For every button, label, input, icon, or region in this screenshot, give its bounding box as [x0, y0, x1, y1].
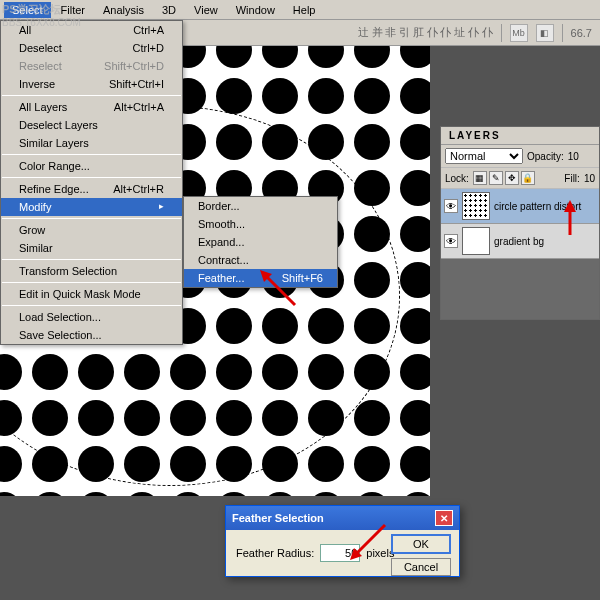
submenu-item[interactable]: Smooth...	[184, 215, 337, 233]
fill-value[interactable]: 10	[584, 173, 595, 184]
menu-item[interactable]: Modify▸	[1, 198, 182, 216]
menu-item[interactable]: Load Selection...	[1, 308, 182, 326]
submenu-item[interactable]: Contract...	[184, 251, 337, 269]
layer-name[interactable]: gradient bg	[494, 236, 544, 247]
menu-item[interactable]: Color Range...	[1, 157, 182, 175]
layers-tab[interactable]: LAYERS	[441, 127, 599, 145]
layer-row[interactable]: 👁 circle pattern distort	[441, 189, 599, 224]
visibility-icon[interactable]: 👁	[444, 234, 458, 248]
opacity-value[interactable]: 10	[568, 151, 579, 162]
menu-item[interactable]: Edit in Quick Mask Mode	[1, 285, 182, 303]
toolbar-icon[interactable]: Mb	[510, 24, 528, 42]
blend-mode-select[interactable]: Normal	[445, 148, 523, 164]
menu-help[interactable]: Help	[285, 2, 324, 18]
lock-position-icon[interactable]: ✥	[505, 171, 519, 185]
opacity-label: Opacity:	[527, 151, 564, 162]
cancel-button[interactable]: Cancel	[391, 558, 451, 576]
watermark-line1: PS学习论坛	[2, 2, 81, 17]
close-icon[interactable]: ✕	[435, 510, 453, 526]
menu-3d[interactable]: 3D	[154, 2, 184, 18]
dialog-title: Feather Selection	[232, 512, 324, 524]
zoom-level: 66.7	[571, 27, 592, 39]
menu-item[interactable]: Grow	[1, 221, 182, 239]
ok-button[interactable]: OK	[391, 534, 451, 554]
layer-thumbnail[interactable]	[462, 192, 490, 220]
dialog-titlebar[interactable]: Feather Selection ✕	[226, 506, 459, 530]
menu-window[interactable]: Window	[228, 2, 283, 18]
layer-thumbnail[interactable]	[462, 227, 490, 255]
submenu-item[interactable]: Border...	[184, 197, 337, 215]
layers-panel: LAYERS Normal Opacity: 10 Lock: ▦ ✎ ✥ 🔒 …	[440, 126, 600, 320]
menu-item[interactable]: Similar	[1, 239, 182, 257]
menu-analysis[interactable]: Analysis	[95, 2, 152, 18]
layer-row[interactable]: 👁 gradient bg	[441, 224, 599, 259]
toolbar-icon[interactable]: ◧	[536, 24, 554, 42]
lock-all-icon[interactable]: 🔒	[521, 171, 535, 185]
menu-item[interactable]: ReselectShift+Ctrl+D	[1, 57, 182, 75]
layer-list: 👁 circle pattern distort 👁 gradient bg	[441, 189, 599, 319]
feather-radius-input[interactable]	[320, 544, 360, 562]
menu-view[interactable]: View	[186, 2, 226, 18]
menu-item[interactable]: Deselect Layers	[1, 116, 182, 134]
feather-dialog: Feather Selection ✕ Feather Radius: pixe…	[225, 505, 460, 577]
select-menu-dropdown: AllCtrl+ADeselectCtrl+DReselectShift+Ctr…	[0, 20, 183, 345]
menu-item[interactable]: DeselectCtrl+D	[1, 39, 182, 57]
lock-label: Lock:	[445, 173, 469, 184]
layer-name[interactable]: circle pattern distort	[494, 201, 581, 212]
submenu-item[interactable]: Expand...	[184, 233, 337, 251]
fill-label: Fill:	[564, 173, 580, 184]
lock-image-icon[interactable]: ✎	[489, 171, 503, 185]
menu-item[interactable]: Refine Edge...Alt+Ctrl+R	[1, 180, 182, 198]
modify-submenu: Border...Smooth...Expand...Contract...Fe…	[183, 196, 338, 288]
menu-item[interactable]: Similar Layers	[1, 134, 182, 152]
lock-transparent-icon[interactable]: ▦	[473, 171, 487, 185]
menu-item[interactable]: All LayersAlt+Ctrl+A	[1, 98, 182, 116]
menu-item[interactable]: InverseShift+Ctrl+I	[1, 75, 182, 93]
menu-item[interactable]: Transform Selection	[1, 262, 182, 280]
menubar: Select Filter Analysis 3D View Window He…	[0, 0, 600, 20]
feather-radius-label: Feather Radius:	[236, 547, 314, 559]
watermark-line2: BBS.16XX8.COM	[2, 17, 81, 28]
visibility-icon[interactable]: 👁	[444, 199, 458, 213]
menu-item[interactable]: Save Selection...	[1, 326, 182, 344]
submenu-item[interactable]: Feather...Shift+F6	[184, 269, 337, 287]
